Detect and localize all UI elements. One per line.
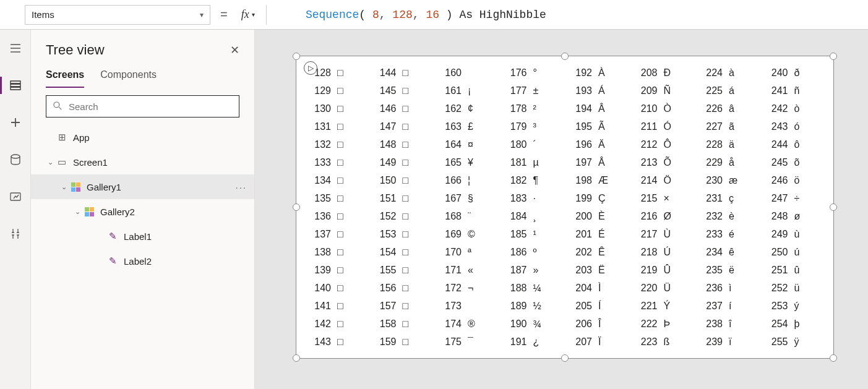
hamburger-icon[interactable] [3, 38, 28, 58]
gallery-cell[interactable]: 153□ [369, 225, 435, 243]
more-icon[interactable]: ··· [235, 182, 247, 192]
gallery-cell[interactable]: 239ï [695, 333, 761, 351]
gallery-cell[interactable]: 255ÿ [761, 333, 827, 351]
resize-handle[interactable] [293, 203, 300, 211]
tree-item-app[interactable]: App [31, 125, 254, 150]
gallery-cell[interactable]: 173 [434, 297, 500, 315]
gallery-cell[interactable]: 151□ [369, 189, 435, 207]
gallery-cell[interactable]: 229å [695, 153, 761, 171]
gallery-cell[interactable]: 230æ [695, 171, 761, 189]
gallery-cell[interactable]: 246ö [761, 171, 827, 189]
chevron-down-icon[interactable]: ⌄ [72, 208, 83, 216]
gallery-cell[interactable]: 231ç [695, 189, 761, 207]
gallery-cell[interactable]: 238î [695, 315, 761, 333]
gallery-cell[interactable]: 254þ [761, 315, 827, 333]
gallery-cell[interactable]: 244ô [761, 135, 827, 153]
gallery-cell[interactable]: 247÷ [761, 189, 827, 207]
tree-view-icon[interactable] [3, 75, 28, 95]
gallery-cell[interactable]: 209Ñ [630, 82, 696, 100]
gallery-cell[interactable]: 242ò [761, 100, 827, 118]
gallery-cell[interactable]: 150□ [369, 171, 435, 189]
gallery-cell[interactable]: 130□ [304, 100, 369, 118]
gallery-cell[interactable]: 191¿ [500, 333, 565, 351]
gallery-cell[interactable]: 249ù [761, 225, 827, 243]
gallery-cell[interactable]: 194Â [565, 100, 630, 118]
gallery-cell[interactable]: 176° [500, 64, 565, 82]
gallery1-control[interactable]: ▷ 128□129□130□131□132□133□134□135□136□13… [296, 56, 834, 359]
gallery-cell[interactable]: 195Ã [565, 118, 630, 135]
gallery-cell[interactable]: 144□ [369, 64, 435, 82]
gallery-cell[interactable]: 170ª [434, 243, 500, 261]
gallery-cell[interactable]: 202Ê [565, 243, 630, 261]
gallery-cell[interactable]: 192À [565, 64, 630, 82]
gallery-cell[interactable]: 139□ [304, 261, 369, 279]
gallery-cell[interactable]: 167§ [434, 189, 500, 207]
gallery-cell[interactable]: 155□ [369, 261, 435, 279]
gallery-cell[interactable]: 204Ì [565, 279, 630, 297]
gallery-cell[interactable]: 148□ [369, 135, 435, 153]
gallery-cell[interactable]: 132□ [304, 135, 369, 153]
tree-item-gallery2[interactable]: ⌄Gallery2 [31, 199, 254, 224]
gallery-cell[interactable]: 174® [434, 315, 500, 333]
resize-handle[interactable] [830, 53, 837, 60]
gallery-cell[interactable]: 147□ [369, 118, 435, 135]
gallery-cell[interactable]: 236ì [695, 279, 761, 297]
gallery-cell[interactable]: 185¹ [500, 225, 565, 243]
gallery-cell[interactable]: 233é [695, 225, 761, 243]
tree-item-label1[interactable]: Label1 [31, 224, 254, 249]
tab-components[interactable]: Components [100, 64, 157, 88]
gallery-cell[interactable]: 190¾ [500, 315, 565, 333]
gallery-cell[interactable]: 161¡ [434, 82, 500, 100]
gallery-cell[interactable]: 221Ý [630, 297, 696, 315]
gallery-cell[interactable]: 223ß [630, 333, 696, 351]
gallery-cell[interactable]: 168¨ [434, 207, 500, 225]
gallery-cell[interactable]: 164¤ [434, 135, 500, 153]
gallery-cell[interactable]: 163£ [434, 118, 500, 135]
gallery-cell[interactable]: 166¦ [434, 171, 500, 189]
gallery-cell[interactable]: 188¼ [500, 279, 565, 297]
gallery-cell[interactable]: 189½ [500, 297, 565, 315]
gallery-cell[interactable]: 220Ü [630, 279, 696, 297]
gallery-cell[interactable]: 240ð [761, 64, 827, 82]
gallery-cell[interactable]: 243ó [761, 118, 827, 135]
gallery-cell[interactable]: 182¶ [500, 171, 565, 189]
gallery-cell[interactable]: 210Ò [630, 100, 696, 118]
gallery-cell[interactable]: 225á [695, 82, 761, 100]
gallery-cell[interactable]: 158□ [369, 315, 435, 333]
gallery-cell[interactable]: 213Õ [630, 153, 696, 171]
gallery-cell[interactable]: 217Ù [630, 225, 696, 243]
gallery-cell[interactable]: 180´ [500, 135, 565, 153]
property-dropdown[interactable]: Items ▾ [25, 5, 210, 25]
fx-button[interactable]: fx ▾ [238, 8, 259, 21]
tab-screens[interactable]: Screens [46, 64, 84, 88]
gallery-cell[interactable]: 252ü [761, 279, 827, 297]
resize-handle[interactable] [561, 53, 569, 60]
gallery-cell[interactable]: 152□ [369, 207, 435, 225]
gallery-cell[interactable]: 226â [695, 100, 761, 118]
gallery-cell[interactable]: 200È [565, 207, 630, 225]
gallery-cell[interactable]: 165¥ [434, 153, 500, 171]
search-field[interactable] [69, 101, 233, 112]
canvas[interactable]: ▷ 128□129□130□131□132□133□134□135□136□13… [255, 30, 868, 389]
tree-item-label2[interactable]: Label2 [31, 249, 254, 273]
advanced-tools-icon[interactable] [3, 224, 28, 244]
gallery-cell[interactable]: 241ñ [761, 82, 827, 100]
gallery-cell[interactable]: 140□ [304, 279, 369, 297]
gallery-cell[interactable]: 179³ [500, 118, 565, 135]
gallery-cell[interactable]: 250ú [761, 243, 827, 261]
gallery-cell[interactable]: 178² [500, 100, 565, 118]
gallery-cell[interactable]: 227ã [695, 118, 761, 135]
gallery-cell[interactable]: 146□ [369, 100, 435, 118]
resize-handle[interactable] [561, 354, 569, 362]
chevron-down-icon[interactable]: ⌄ [45, 158, 56, 166]
gallery-cell[interactable]: 224à [695, 64, 761, 82]
gallery-cell[interactable]: 135□ [304, 189, 369, 207]
data-icon[interactable] [3, 150, 28, 169]
gallery-cell[interactable]: 218Ú [630, 243, 696, 261]
chevron-down-icon[interactable]: ⌄ [58, 183, 69, 191]
gallery-cell[interactable]: 208Ð [630, 64, 696, 82]
gallery-cell[interactable]: 222Þ [630, 315, 696, 333]
gallery-cell[interactable]: 206Î [565, 315, 630, 333]
gallery-cell[interactable]: 201É [565, 225, 630, 243]
gallery-cell[interactable]: 198Æ [565, 171, 630, 189]
